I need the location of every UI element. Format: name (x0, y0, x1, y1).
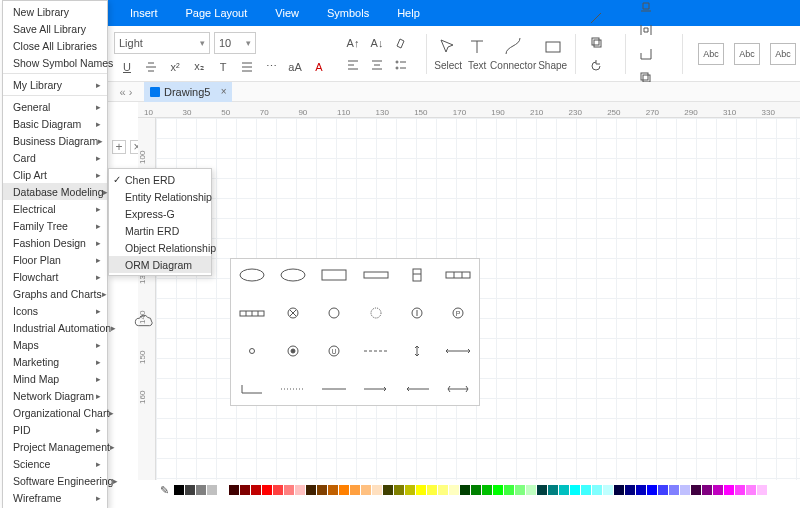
color-swatch[interactable] (284, 485, 294, 495)
color-swatch[interactable] (383, 485, 393, 495)
color-swatch[interactable] (240, 485, 250, 495)
dashed-line-icon[interactable] (362, 344, 390, 358)
color-swatch[interactable] (438, 485, 448, 495)
color-swatch[interactable] (669, 485, 679, 495)
target-circle-icon[interactable] (279, 344, 307, 358)
circle-u-icon[interactable]: U (320, 344, 348, 358)
color-swatch[interactable] (504, 485, 514, 495)
color-swatch[interactable] (526, 485, 536, 495)
theme-preset-3[interactable]: Abc (770, 43, 796, 65)
split-arrow-icon[interactable] (444, 382, 472, 396)
lib-menu-item[interactable]: Network Diagram▸ (3, 387, 107, 404)
color-swatch[interactable] (658, 485, 668, 495)
document-tab[interactable]: Drawing5 × (144, 82, 232, 102)
lib-menu-item[interactable]: Industrial Automation▸ (3, 319, 107, 336)
distribute-button[interactable] (637, 21, 655, 39)
color-swatch[interactable] (372, 485, 382, 495)
lib-menu-item[interactable]: New Library (3, 3, 107, 20)
bracket-icon[interactable] (238, 382, 266, 396)
color-swatch[interactable] (625, 485, 635, 495)
column-shape-icon[interactable] (403, 268, 431, 282)
strike-button[interactable] (142, 58, 160, 76)
lib-menu-item[interactable]: Wireframe▸ (3, 489, 107, 506)
color-swatch[interactable] (394, 485, 404, 495)
color-swatch[interactable] (713, 485, 723, 495)
lib-menu-item[interactable]: Close All Libraries (3, 37, 107, 54)
dotted-line-icon[interactable] (279, 382, 307, 396)
select-tool[interactable]: Select (434, 36, 462, 71)
align-button[interactable] (637, 0, 655, 15)
color-swatch[interactable] (306, 485, 316, 495)
menu-symbols[interactable]: Symbols (313, 7, 383, 19)
color-swatch[interactable] (317, 485, 327, 495)
color-swatch[interactable] (328, 485, 338, 495)
color-swatch[interactable] (757, 485, 767, 495)
shadow-button[interactable] (587, 33, 605, 51)
color-swatch[interactable] (471, 485, 481, 495)
lib-menu-item[interactable]: My Library▸ (3, 76, 107, 93)
color-swatch[interactable] (559, 485, 569, 495)
lib-menu-item[interactable]: Family Tree▸ (3, 217, 107, 234)
color-swatch[interactable] (427, 485, 437, 495)
submenu-item[interactable]: Express-G (109, 205, 211, 222)
lib-menu-item[interactable]: Show Symbol Names (3, 54, 107, 71)
lib-menu-item[interactable]: Flowchart▸ (3, 268, 107, 285)
ellipse-shape-icon[interactable] (279, 268, 307, 282)
color-swatch[interactable] (680, 485, 690, 495)
color-swatch[interactable] (207, 485, 217, 495)
menu-insert[interactable]: Insert (116, 7, 172, 19)
color-swatch[interactable] (416, 485, 426, 495)
color-swatch[interactable] (405, 485, 415, 495)
library-menu[interactable]: New LibrarySave All LibraryClose All Lib… (2, 0, 108, 508)
dotted-circle-icon[interactable] (362, 306, 390, 320)
color-swatch[interactable] (174, 485, 184, 495)
shape-tool[interactable]: Shape (538, 36, 567, 71)
lib-menu-item[interactable]: Graphs and Charts▸ (3, 285, 107, 302)
align-center-button[interactable] (368, 56, 386, 74)
double-arrow-icon[interactable] (444, 344, 472, 358)
lib-menu-item[interactable]: General▸ (3, 98, 107, 115)
lib-menu-item[interactable]: PID▸ (3, 421, 107, 438)
submenu-item[interactable]: Object Relationship (109, 239, 211, 256)
lib-menu-item[interactable]: Electrical▸ (3, 200, 107, 217)
font-size-select[interactable]: 10▾ (214, 32, 256, 54)
color-swatch[interactable] (493, 485, 503, 495)
color-swatch[interactable] (339, 485, 349, 495)
lib-menu-item[interactable]: Software Engineering▸ (3, 472, 107, 489)
lib-menu-item[interactable]: Science▸ (3, 455, 107, 472)
lib-menu-item[interactable]: Basic Diagram▸ (3, 115, 107, 132)
color-swatch[interactable] (592, 485, 602, 495)
eyedropper-icon[interactable]: ✎ (160, 484, 169, 497)
lib-menu-item[interactable]: Card▸ (3, 149, 107, 166)
text-tool[interactable]: Text (466, 36, 488, 71)
lib-menu-item[interactable]: Business Diagram▸ (3, 132, 107, 149)
line-button[interactable] (587, 9, 605, 27)
color-swatch[interactable] (724, 485, 734, 495)
color-swatch[interactable] (636, 485, 646, 495)
submenu-item[interactable]: ORM Diagram (109, 256, 211, 273)
small-circle-icon[interactable] (238, 344, 266, 358)
segmented-rect-icon[interactable] (238, 306, 266, 320)
circle-label-icon[interactable] (320, 306, 348, 320)
color-swatch[interactable] (647, 485, 657, 495)
color-swatch[interactable] (570, 485, 580, 495)
color-swatch[interactable] (449, 485, 459, 495)
lib-menu-item[interactable]: Marketing▸ (3, 353, 107, 370)
lib-menu-item[interactable]: Save All Library (3, 20, 107, 37)
close-tab-button[interactable]: × (221, 86, 227, 97)
circle-i-icon[interactable] (403, 306, 431, 320)
line-icon[interactable] (320, 382, 348, 396)
color-swatch[interactable] (196, 485, 206, 495)
circle-p-icon[interactable]: P (444, 306, 472, 320)
menu-view[interactable]: View (261, 7, 313, 19)
submenu-item[interactable]: Entity Relationship (109, 188, 211, 205)
case-button[interactable]: aA (286, 58, 304, 76)
text-color-button[interactable]: A (310, 58, 328, 76)
highlight-button[interactable] (392, 34, 410, 52)
lib-menu-item[interactable]: Database Modeling▸ (3, 183, 107, 200)
color-swatch[interactable] (482, 485, 492, 495)
font-decrease-button[interactable]: A↓ (368, 34, 386, 52)
color-swatch[interactable] (691, 485, 701, 495)
color-swatch[interactable] (218, 485, 228, 495)
connector-tool[interactable]: Connector (492, 36, 534, 71)
